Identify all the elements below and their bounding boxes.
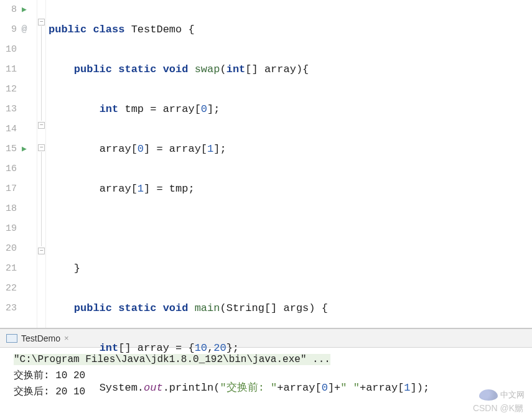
line-number: 18	[2, 199, 17, 219]
line-number: 12	[2, 80, 17, 100]
code-line[interactable]: array[1] = tmp;	[49, 179, 532, 199]
csdn-watermark: CSDN @K嬲	[473, 403, 523, 414]
code-line[interactable]: public static void main(String[] args) {	[49, 299, 532, 318]
line-number: 14	[2, 119, 17, 139]
line-number: 10	[2, 40, 17, 60]
code-line[interactable]	[49, 219, 532, 239]
line-number: 9	[2, 20, 17, 40]
run-tab-label[interactable]: TestDemo	[21, 333, 60, 343]
line-number-gutter: 8▶ 9@ 10 11 12 13 14 15▶ 16 17 18 19 20 …	[0, 0, 37, 328]
code-line[interactable]: public class TestDemo {	[49, 20, 532, 40]
fold-gutter: − − − −	[37, 0, 46, 328]
line-number: 17	[2, 179, 17, 199]
line-number: 8	[2, 0, 17, 20]
line-number: 21	[2, 259, 17, 279]
line-number: 13	[2, 100, 17, 119]
code-line[interactable]: int tmp = array[0];	[49, 100, 532, 119]
line-number: 11	[2, 60, 17, 80]
code-line[interactable]: }	[49, 259, 532, 279]
run-line-icon[interactable]: ▶	[17, 139, 32, 159]
code-content[interactable]: public class TestDemo { public static vo…	[46, 0, 532, 328]
line-number: 19	[2, 219, 17, 239]
php-logo-icon	[479, 389, 498, 401]
fold-toggle-icon[interactable]: −	[38, 144, 45, 151]
code-editor[interactable]: 8▶ 9@ 10 11 12 13 14 15▶ 16 17 18 19 20 …	[0, 0, 532, 328]
console-command: "C:\Program Files\Java\jdk1.8.0_192\bin\…	[14, 354, 330, 365]
line-number: 20	[2, 239, 17, 259]
code-line[interactable]: array[0] = array[1];	[49, 139, 532, 159]
code-line[interactable]: System.out.println("交换前: "+array[0]+" "+…	[49, 378, 532, 398]
fold-toggle-icon[interactable]: −	[38, 19, 45, 26]
line-number: 23	[2, 299, 17, 318]
line-number: 22	[2, 279, 17, 299]
run-line-icon[interactable]: ▶	[17, 0, 32, 20]
fold-end-icon[interactable]: −	[38, 248, 45, 254]
line-number: 16	[2, 159, 17, 179]
fold-end-icon[interactable]: −	[38, 122, 45, 129]
site-watermark: 中文网	[479, 389, 525, 401]
annotation-icon[interactable]: @	[17, 20, 32, 40]
run-tab-icon	[6, 334, 17, 343]
line-number: 15	[2, 139, 17, 159]
code-line[interactable]: public static void swap(int[] array){	[49, 60, 532, 80]
close-icon[interactable]: ×	[64, 333, 69, 343]
